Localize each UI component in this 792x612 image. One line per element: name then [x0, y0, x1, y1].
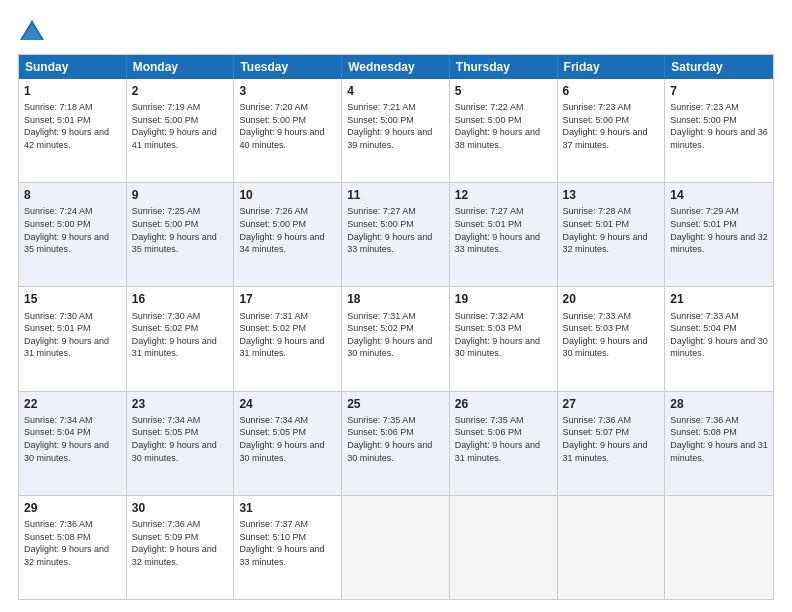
day-number: 1 [24, 83, 121, 99]
day-cell-2: 2Sunrise: 7:19 AM Sunset: 5:00 PM Daylig… [127, 79, 235, 182]
header-cell-friday: Friday [558, 55, 666, 79]
day-number: 6 [563, 83, 660, 99]
day-number: 2 [132, 83, 229, 99]
day-cell-16: 16Sunrise: 7:30 AM Sunset: 5:02 PM Dayli… [127, 287, 235, 390]
day-cell-30: 30Sunrise: 7:36 AM Sunset: 5:09 PM Dayli… [127, 496, 235, 599]
day-cell-28: 28Sunrise: 7:36 AM Sunset: 5:08 PM Dayli… [665, 392, 773, 495]
day-cell-15: 15Sunrise: 7:30 AM Sunset: 5:01 PM Dayli… [19, 287, 127, 390]
empty-cell [558, 496, 666, 599]
day-info: Sunrise: 7:36 AM Sunset: 5:08 PM Dayligh… [670, 414, 768, 464]
day-number: 26 [455, 396, 552, 412]
day-info: Sunrise: 7:24 AM Sunset: 5:00 PM Dayligh… [24, 205, 121, 255]
day-info: Sunrise: 7:31 AM Sunset: 5:02 PM Dayligh… [347, 310, 444, 360]
empty-cell [342, 496, 450, 599]
day-number: 23 [132, 396, 229, 412]
day-info: Sunrise: 7:20 AM Sunset: 5:00 PM Dayligh… [239, 101, 336, 151]
day-number: 17 [239, 291, 336, 307]
day-cell-26: 26Sunrise: 7:35 AM Sunset: 5:06 PM Dayli… [450, 392, 558, 495]
header-cell-sunday: Sunday [19, 55, 127, 79]
day-number: 31 [239, 500, 336, 516]
empty-cell [450, 496, 558, 599]
day-cell-11: 11Sunrise: 7:27 AM Sunset: 5:00 PM Dayli… [342, 183, 450, 286]
day-cell-18: 18Sunrise: 7:31 AM Sunset: 5:02 PM Dayli… [342, 287, 450, 390]
day-cell-29: 29Sunrise: 7:36 AM Sunset: 5:08 PM Dayli… [19, 496, 127, 599]
day-info: Sunrise: 7:30 AM Sunset: 5:02 PM Dayligh… [132, 310, 229, 360]
day-cell-19: 19Sunrise: 7:32 AM Sunset: 5:03 PM Dayli… [450, 287, 558, 390]
logo-icon [18, 18, 46, 46]
day-number: 10 [239, 187, 336, 203]
day-cell-14: 14Sunrise: 7:29 AM Sunset: 5:01 PM Dayli… [665, 183, 773, 286]
day-cell-13: 13Sunrise: 7:28 AM Sunset: 5:01 PM Dayli… [558, 183, 666, 286]
day-info: Sunrise: 7:35 AM Sunset: 5:06 PM Dayligh… [455, 414, 552, 464]
day-number: 9 [132, 187, 229, 203]
week-row-1: 1Sunrise: 7:18 AM Sunset: 5:01 PM Daylig… [19, 79, 773, 182]
day-cell-7: 7Sunrise: 7:23 AM Sunset: 5:00 PM Daylig… [665, 79, 773, 182]
day-cell-1: 1Sunrise: 7:18 AM Sunset: 5:01 PM Daylig… [19, 79, 127, 182]
day-number: 14 [670, 187, 768, 203]
day-info: Sunrise: 7:18 AM Sunset: 5:01 PM Dayligh… [24, 101, 121, 151]
day-info: Sunrise: 7:22 AM Sunset: 5:00 PM Dayligh… [455, 101, 552, 151]
day-number: 24 [239, 396, 336, 412]
day-cell-20: 20Sunrise: 7:33 AM Sunset: 5:03 PM Dayli… [558, 287, 666, 390]
day-info: Sunrise: 7:26 AM Sunset: 5:00 PM Dayligh… [239, 205, 336, 255]
day-info: Sunrise: 7:23 AM Sunset: 5:00 PM Dayligh… [563, 101, 660, 151]
day-cell-3: 3Sunrise: 7:20 AM Sunset: 5:00 PM Daylig… [234, 79, 342, 182]
week-row-3: 15Sunrise: 7:30 AM Sunset: 5:01 PM Dayli… [19, 286, 773, 390]
day-cell-10: 10Sunrise: 7:26 AM Sunset: 5:00 PM Dayli… [234, 183, 342, 286]
day-number: 12 [455, 187, 552, 203]
week-row-5: 29Sunrise: 7:36 AM Sunset: 5:08 PM Dayli… [19, 495, 773, 599]
day-cell-23: 23Sunrise: 7:34 AM Sunset: 5:05 PM Dayli… [127, 392, 235, 495]
day-info: Sunrise: 7:30 AM Sunset: 5:01 PM Dayligh… [24, 310, 121, 360]
day-number: 15 [24, 291, 121, 307]
day-cell-17: 17Sunrise: 7:31 AM Sunset: 5:02 PM Dayli… [234, 287, 342, 390]
day-number: 28 [670, 396, 768, 412]
day-number: 25 [347, 396, 444, 412]
day-info: Sunrise: 7:25 AM Sunset: 5:00 PM Dayligh… [132, 205, 229, 255]
day-cell-5: 5Sunrise: 7:22 AM Sunset: 5:00 PM Daylig… [450, 79, 558, 182]
day-info: Sunrise: 7:29 AM Sunset: 5:01 PM Dayligh… [670, 205, 768, 255]
day-info: Sunrise: 7:19 AM Sunset: 5:00 PM Dayligh… [132, 101, 229, 151]
day-info: Sunrise: 7:37 AM Sunset: 5:10 PM Dayligh… [239, 518, 336, 568]
day-number: 30 [132, 500, 229, 516]
day-info: Sunrise: 7:36 AM Sunset: 5:09 PM Dayligh… [132, 518, 229, 568]
calendar: SundayMondayTuesdayWednesdayThursdayFrid… [18, 54, 774, 600]
day-info: Sunrise: 7:34 AM Sunset: 5:04 PM Dayligh… [24, 414, 121, 464]
day-number: 19 [455, 291, 552, 307]
day-cell-25: 25Sunrise: 7:35 AM Sunset: 5:06 PM Dayli… [342, 392, 450, 495]
day-info: Sunrise: 7:33 AM Sunset: 5:03 PM Dayligh… [563, 310, 660, 360]
empty-cell [665, 496, 773, 599]
header-cell-thursday: Thursday [450, 55, 558, 79]
day-info: Sunrise: 7:27 AM Sunset: 5:01 PM Dayligh… [455, 205, 552, 255]
calendar-body: 1Sunrise: 7:18 AM Sunset: 5:01 PM Daylig… [19, 79, 773, 599]
header-cell-saturday: Saturday [665, 55, 773, 79]
day-info: Sunrise: 7:31 AM Sunset: 5:02 PM Dayligh… [239, 310, 336, 360]
day-number: 29 [24, 500, 121, 516]
day-info: Sunrise: 7:21 AM Sunset: 5:00 PM Dayligh… [347, 101, 444, 151]
header-cell-tuesday: Tuesday [234, 55, 342, 79]
day-cell-21: 21Sunrise: 7:33 AM Sunset: 5:04 PM Dayli… [665, 287, 773, 390]
day-number: 18 [347, 291, 444, 307]
day-info: Sunrise: 7:36 AM Sunset: 5:07 PM Dayligh… [563, 414, 660, 464]
day-info: Sunrise: 7:23 AM Sunset: 5:00 PM Dayligh… [670, 101, 768, 151]
header-cell-wednesday: Wednesday [342, 55, 450, 79]
day-number: 27 [563, 396, 660, 412]
day-info: Sunrise: 7:35 AM Sunset: 5:06 PM Dayligh… [347, 414, 444, 464]
day-number: 11 [347, 187, 444, 203]
week-row-4: 22Sunrise: 7:34 AM Sunset: 5:04 PM Dayli… [19, 391, 773, 495]
day-number: 13 [563, 187, 660, 203]
day-number: 16 [132, 291, 229, 307]
day-cell-8: 8Sunrise: 7:24 AM Sunset: 5:00 PM Daylig… [19, 183, 127, 286]
day-cell-22: 22Sunrise: 7:34 AM Sunset: 5:04 PM Dayli… [19, 392, 127, 495]
header-cell-monday: Monday [127, 55, 235, 79]
day-cell-9: 9Sunrise: 7:25 AM Sunset: 5:00 PM Daylig… [127, 183, 235, 286]
header [18, 18, 774, 46]
day-number: 20 [563, 291, 660, 307]
day-info: Sunrise: 7:36 AM Sunset: 5:08 PM Dayligh… [24, 518, 121, 568]
day-cell-6: 6Sunrise: 7:23 AM Sunset: 5:00 PM Daylig… [558, 79, 666, 182]
day-info: Sunrise: 7:28 AM Sunset: 5:01 PM Dayligh… [563, 205, 660, 255]
day-number: 7 [670, 83, 768, 99]
logo [18, 18, 50, 46]
day-cell-4: 4Sunrise: 7:21 AM Sunset: 5:00 PM Daylig… [342, 79, 450, 182]
day-number: 3 [239, 83, 336, 99]
day-number: 21 [670, 291, 768, 307]
